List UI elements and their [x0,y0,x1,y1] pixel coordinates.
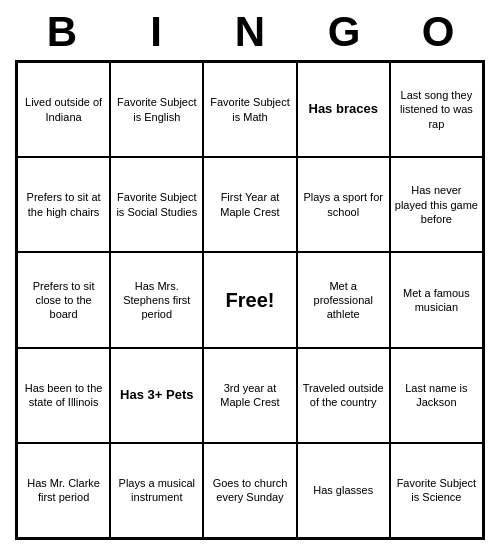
bingo-cell: Free! [203,252,296,347]
bingo-cell: Has braces [297,62,390,157]
letter-g: G [304,8,384,56]
bingo-cell: Has been to the state of Illinois [17,348,110,443]
bingo-cell: Met a professional athlete [297,252,390,347]
bingo-cell: Has glasses [297,443,390,538]
bingo-cell: Last song they listened to was rap [390,62,483,157]
bingo-cell: Last name is Jackson [390,348,483,443]
bingo-cell: Has Mr. Clarke first period [17,443,110,538]
letter-o: O [398,8,478,56]
bingo-cell: Lived outside of Indiana [17,62,110,157]
bingo-cell: First Year at Maple Crest [203,157,296,252]
bingo-cell: Favorite Subject is Social Studies [110,157,203,252]
bingo-cell: Favorite Subject is Math [203,62,296,157]
bingo-cell: Favorite Subject is Science [390,443,483,538]
bingo-cell: Prefers to sit close to the board [17,252,110,347]
bingo-cell: Met a famous musician [390,252,483,347]
letter-n: N [210,8,290,56]
letter-i: I [116,8,196,56]
letter-b: B [22,8,102,56]
bingo-cell: Prefers to sit at the high chairs [17,157,110,252]
bingo-cell: Has never played this game before [390,157,483,252]
bingo-grid: Lived outside of IndianaFavorite Subject… [15,60,485,540]
bingo-cell: Has Mrs. Stephens first period [110,252,203,347]
bingo-cell: Traveled outside of the country [297,348,390,443]
bingo-cell: Goes to church every Sunday [203,443,296,538]
bingo-cell: Has 3+ Pets [110,348,203,443]
bingo-cell: Plays a sport for school [297,157,390,252]
bingo-cell: Favorite Subject is English [110,62,203,157]
bingo-cell: 3rd year at Maple Crest [203,348,296,443]
bingo-title: B I N G O [15,0,485,60]
bingo-cell: Plays a musical instrument [110,443,203,538]
